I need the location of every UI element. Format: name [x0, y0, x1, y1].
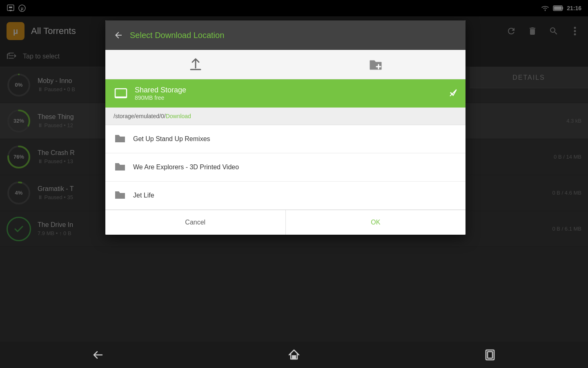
folder-icon — [114, 189, 127, 202]
home-nav-button[interactable] — [282, 347, 306, 363]
new-folder-button[interactable] — [354, 50, 397, 79]
select-location-dialog: Select Download Location Shared Storage … — [105, 20, 466, 235]
list-item[interactable]: Jet Life — [105, 182, 466, 210]
svg-rect-21 — [115, 89, 127, 98]
upload-button[interactable] — [174, 50, 217, 79]
folder-name: We Are Explorers - 3D Printed Video — [133, 164, 239, 171]
selected-indicator — [449, 89, 457, 99]
list-item[interactable]: We Are Explorers - 3D Printed Video — [105, 153, 466, 182]
path-bar: /storage/emulated/0/Download — [105, 108, 466, 125]
storage-free: 890MB free — [135, 94, 186, 101]
storage-icon — [114, 86, 128, 101]
folder-name: Jet Life — [133, 192, 154, 199]
folder-icon — [114, 161, 127, 174]
svg-rect-26 — [488, 352, 492, 358]
recent-nav-button[interactable] — [478, 347, 502, 363]
folder-list: Get Up Stand Up Remixes We Are Explorers… — [105, 125, 466, 210]
shared-storage-item[interactable]: Shared Storage 890MB free — [105, 79, 466, 108]
dialog-buttons: Cancel OK — [105, 210, 466, 235]
current-path: /storage/emulated/0/Download — [114, 113, 191, 119]
storage-name: Shared Storage — [135, 86, 186, 94]
dialog-toolbar — [105, 50, 466, 79]
folder-icon — [114, 132, 127, 146]
ok-button[interactable]: OK — [286, 210, 466, 235]
path-highlight: Download — [166, 113, 191, 119]
dialog-header: Select Download Location — [105, 20, 466, 50]
cancel-button[interactable]: Cancel — [105, 210, 286, 235]
folder-name: Get Up Stand Up Remixes — [133, 135, 210, 143]
dialog-back-button[interactable] — [114, 30, 123, 40]
back-nav-button[interactable] — [86, 347, 110, 363]
svg-rect-24 — [292, 356, 296, 359]
dialog-title: Select Download Location — [130, 31, 224, 40]
list-item[interactable]: Get Up Stand Up Remixes — [105, 125, 466, 153]
bottom-nav — [0, 342, 588, 368]
